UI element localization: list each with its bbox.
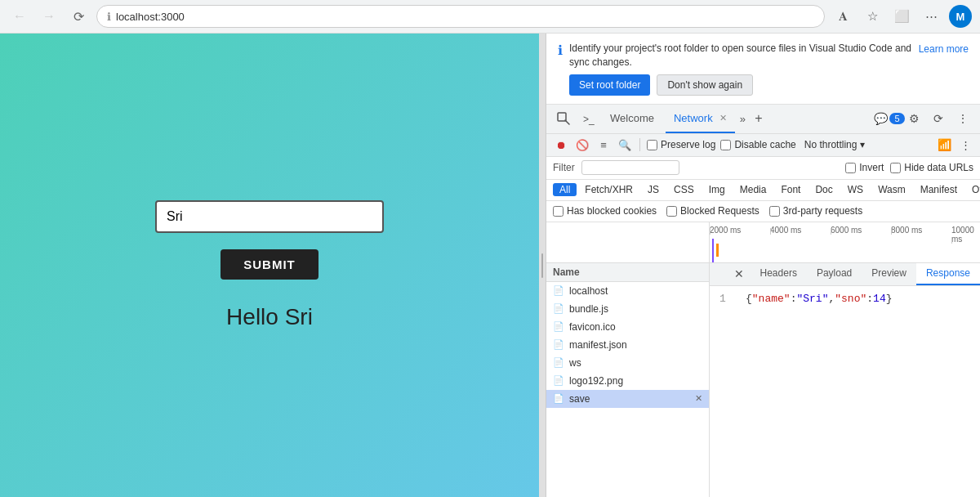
disable-cache-input[interactable]: [720, 140, 731, 150]
detail-close-button[interactable]: ✕: [728, 263, 751, 286]
hide-data-urls-checkbox[interactable]: Hide data URLs: [890, 162, 973, 173]
toolbar-separator-1: [639, 138, 640, 151]
type-filter-manifest[interactable]: Manifest: [914, 183, 964, 196]
file-name: logo192.png: [569, 375, 623, 387]
console-icon[interactable]: >_: [577, 108, 599, 129]
tab-network[interactable]: Network ✕: [666, 104, 735, 133]
type-filter-other[interactable]: Other: [965, 183, 980, 196]
tick-8000: 8000 ms: [891, 226, 922, 235]
file-icon: 📄: [553, 375, 564, 386]
chat-badge: 5: [889, 113, 904, 124]
info-icon: ℹ: [558, 43, 563, 58]
tab-response[interactable]: Response: [916, 263, 980, 286]
file-name: manifest.json: [569, 339, 627, 351]
tab-payload[interactable]: Payload: [807, 263, 862, 286]
tab-network-close[interactable]: ✕: [719, 113, 727, 123]
address-bar[interactable]: ℹ localhost:3000: [96, 5, 825, 28]
type-filter-media[interactable]: Media: [733, 183, 773, 196]
file-icon: 📄: [553, 393, 564, 404]
preserve-log-input[interactable]: [647, 140, 657, 150]
type-filter-js[interactable]: JS: [641, 183, 666, 196]
panel-divider[interactable]: [539, 34, 546, 497]
has-blocked-cookies-checkbox[interactable]: Has blocked cookies: [553, 205, 657, 217]
timeline-area: 2000 ms 4000 ms 6000 ms 8000 ms 10000 ms…: [546, 222, 980, 263]
set-root-folder-button[interactable]: Set root folder: [569, 74, 650, 96]
file-close-button[interactable]: ✕: [695, 393, 702, 404]
file-item[interactable]: 📄save✕: [546, 390, 709, 408]
has-blocked-cookies-input[interactable]: [553, 206, 564, 217]
toolbar-more-icon[interactable]: ⋮: [957, 137, 973, 153]
blocked-requests-input[interactable]: [666, 206, 677, 217]
more-tabs-button[interactable]: »: [740, 113, 746, 125]
third-party-input[interactable]: [769, 206, 780, 217]
file-list-items: 📄localhost📄bundle.js📄favicon.ico📄manifes…: [546, 282, 709, 408]
info-icon: ℹ: [107, 11, 111, 23]
type-filter-wasm[interactable]: Wasm: [871, 183, 912, 196]
filter-input[interactable]: [581, 160, 679, 175]
chat-icon[interactable]: 💬 5: [879, 108, 900, 129]
record-button[interactable]: ⏺: [553, 137, 569, 153]
settings-icon[interactable]: ⚙: [903, 108, 924, 129]
hide-data-urls-input[interactable]: [890, 163, 901, 173]
third-party-checkbox[interactable]: 3rd-party requests: [769, 205, 862, 217]
network-body: Name 📄localhost📄bundle.js📄favicon.ico📄ma…: [546, 263, 980, 497]
disable-cache-checkbox[interactable]: Disable cache: [720, 139, 795, 150]
dont-show-again-button[interactable]: Don't show again: [657, 74, 753, 96]
file-item[interactable]: 📄ws: [546, 354, 709, 372]
back-button[interactable]: ←: [8, 5, 31, 28]
favorites-button[interactable]: ☆: [861, 5, 884, 28]
tab-preview[interactable]: Preview: [862, 263, 916, 286]
sync-icon[interactable]: ⟳: [928, 108, 949, 129]
inspect-icon[interactable]: [553, 108, 574, 129]
name-input[interactable]: [155, 200, 384, 233]
throttle-selector[interactable]: No throttling ▾: [804, 139, 866, 150]
tab-welcome[interactable]: Welcome: [602, 104, 662, 133]
type-filter-fetch-xhr[interactable]: Fetch/XHR: [578, 183, 639, 196]
collections-button[interactable]: ⬜: [890, 5, 913, 28]
svg-text:>_: >_: [583, 114, 595, 125]
tab-headers[interactable]: Headers: [751, 263, 807, 286]
read-mode-button[interactable]: 𝐀: [831, 5, 854, 28]
file-name: favicon.ico: [569, 321, 616, 333]
type-filter-img[interactable]: Img: [702, 183, 732, 196]
file-item[interactable]: 📄manifest.json: [546, 336, 709, 354]
forward-button[interactable]: →: [38, 5, 60, 28]
profile-icon[interactable]: M: [949, 5, 972, 28]
refresh-button[interactable]: ⟳: [67, 5, 90, 28]
invert-checkbox[interactable]: Invert: [845, 162, 884, 173]
file-icon: 📄: [553, 321, 564, 332]
type-filter-ws[interactable]: WS: [841, 183, 870, 196]
wifi-icon[interactable]: 📶: [936, 137, 952, 153]
devtools-panel: ℹ Identify your project's root folder to…: [546, 34, 980, 497]
file-item[interactable]: 📄localhost: [546, 282, 709, 300]
more-button[interactable]: ⋯: [920, 5, 942, 28]
file-item[interactable]: 📄logo192.png: [546, 372, 709, 390]
third-party-label: 3rd-party requests: [783, 205, 862, 217]
tick-6000: 6000 ms: [831, 226, 862, 235]
file-item[interactable]: 📄favicon.ico: [546, 318, 709, 336]
invert-label: Invert: [859, 162, 884, 173]
type-filter-all[interactable]: All: [553, 183, 577, 196]
type-filter-font[interactable]: Font: [774, 183, 807, 196]
learn-more-link[interactable]: Learn more: [919, 43, 969, 55]
type-filter-doc[interactable]: Doc: [808, 183, 839, 196]
search-icon[interactable]: 🔍: [617, 137, 633, 153]
file-list-header: Name: [546, 263, 709, 282]
banner-content: Identify your project's root folder to o…: [569, 42, 912, 96]
blocked-requests-checkbox[interactable]: Blocked Requests: [666, 205, 760, 217]
add-tab-button[interactable]: +: [749, 109, 768, 128]
file-item[interactable]: 📄bundle.js: [546, 300, 709, 318]
clear-button[interactable]: 🚫: [574, 137, 590, 153]
app-area: SUBMIT Hello Sri: [0, 34, 539, 497]
filter-icon[interactable]: ≡: [595, 137, 612, 153]
invert-input[interactable]: [845, 163, 856, 173]
blocked-requests-label: Blocked Requests: [680, 205, 760, 217]
preserve-log-label: Preserve log: [661, 139, 715, 150]
preserve-log-checkbox[interactable]: Preserve log: [647, 139, 715, 150]
submit-button[interactable]: SUBMIT: [220, 249, 318, 280]
timeline-left: [546, 222, 710, 262]
filter-label: Filter: [553, 162, 575, 173]
type-filter-css[interactable]: CSS: [667, 183, 701, 196]
file-icon: 📄: [553, 303, 564, 314]
more-options-icon[interactable]: ⋮: [952, 108, 973, 129]
